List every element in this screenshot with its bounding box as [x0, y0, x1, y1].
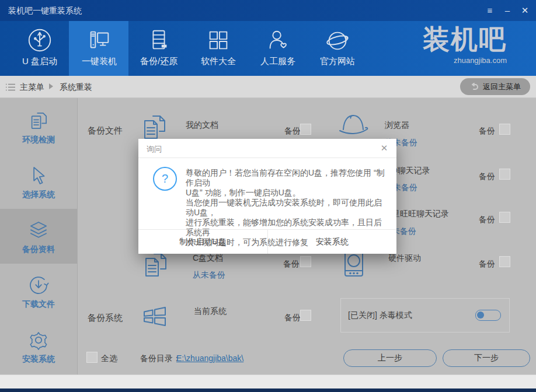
antivirus-label: [已关闭] 杀毒模式	[348, 310, 475, 321]
nav-label: 软件大全	[201, 56, 236, 67]
person-icon	[264, 27, 291, 54]
select-all-label: 全选	[101, 354, 117, 364]
backup-checkbox-my-documents[interactable]	[300, 124, 311, 135]
backup-checkbox-c-drive-docs[interactable]	[300, 256, 311, 267]
gear-icon	[26, 328, 51, 352]
row-title-hardware-driver: 硬件驱动	[388, 253, 421, 264]
bottom-border-strip	[0, 388, 536, 392]
nav-label: 官方网站	[320, 56, 355, 67]
row-title-my-documents: 我的文档	[186, 120, 218, 131]
sidebar-item-install-system[interactable]: 安装系统	[0, 318, 77, 373]
row-title-browser: 浏览器	[385, 120, 409, 131]
nav-item-support[interactable]: 人工服务	[248, 21, 308, 76]
backup-checkbox-browser[interactable]	[499, 124, 510, 135]
nav-item-backup-restore[interactable]: 备份/还原	[129, 21, 189, 76]
backup-label: 备份	[479, 126, 495, 136]
backup-label: 备份	[283, 259, 300, 270]
globe-icon	[324, 27, 351, 54]
browser-icon	[337, 110, 369, 140]
nav-label: 一键装机	[82, 56, 117, 67]
dialog-title: 询问	[147, 144, 162, 155]
backup-checkbox-current-system[interactable]	[300, 310, 311, 321]
nav-item-one-key-install[interactable]: 一键装机	[69, 21, 129, 76]
brand-logo: 装机吧 zhuangjiba.com	[404, 23, 507, 65]
status-bar: VER[11.5.47.1530] 微信客服 QQ交流群	[0, 374, 536, 388]
install-system-button[interactable]: 安装系统	[268, 230, 397, 254]
sidebar-label: 下载文件	[22, 299, 55, 310]
back-button-label: 返回主菜单	[483, 82, 521, 92]
nav-item-software[interactable]: 软件大全	[189, 21, 248, 76]
grid-icon	[205, 27, 232, 54]
backup-system-group-label: 备份系统	[88, 313, 123, 324]
make-boot-usb-button[interactable]: 制作启动U盘	[138, 230, 268, 254]
document-icon	[140, 250, 169, 280]
minimize-icon[interactable]: –	[501, 5, 514, 16]
backup-label: 备份	[284, 126, 301, 136]
select-all-checkbox[interactable]	[86, 352, 98, 363]
usb-icon	[26, 27, 53, 54]
sidebar-item-env-check[interactable]: 环境检测	[0, 99, 77, 154]
row-title-c-drive-docs: C盘文档	[193, 253, 223, 264]
backup-label: 备份	[479, 215, 495, 225]
sidebar-item-select-system[interactable]: 选择系统	[0, 154, 77, 209]
breadcrumb-bar: 主菜单 系统重装	[0, 76, 536, 98]
backup-label: 备份	[479, 172, 495, 182]
row-title-current-system: 当前系统	[194, 306, 227, 317]
question-icon: ?	[153, 167, 177, 191]
sidebar-label: 安装系统	[22, 354, 55, 365]
windows-icon	[141, 302, 169, 330]
backup-dir-label: 备份目录：	[140, 354, 181, 364]
backup-label: 备份	[479, 259, 495, 270]
row-status-c-drive-docs[interactable]: 从未备份	[193, 270, 225, 281]
breadcrumb-current: 系统重装	[60, 82, 92, 93]
dialog-message-line: 尊敬的用户！若您当前存在空闲的U盘，推荐您使用 “制作启动	[186, 168, 389, 188]
breadcrumb-root[interactable]: 主菜单	[20, 82, 44, 93]
backup-files-group-label: 备份文件	[88, 125, 123, 136]
logo-text: 装机吧	[404, 23, 507, 55]
nav-item-usb-boot[interactable]: U 盘启动	[10, 21, 69, 76]
backup-label: 备份	[284, 313, 301, 323]
toggle-knob	[477, 312, 484, 318]
dialog-message-line: 当您使用一键装机无法成功安装系统时，即可使用此启动U盘，	[186, 198, 389, 218]
menu-icon[interactable]: ≡	[483, 5, 496, 16]
dialog-close-icon[interactable]: ✕	[379, 143, 389, 153]
nav-label: 备份/还原	[140, 56, 177, 67]
antivirus-toggle[interactable]	[475, 310, 501, 321]
backup-checkbox-aliwangwang[interactable]	[499, 212, 510, 223]
list-icon	[5, 83, 16, 92]
app-window: 装机吧一键重装系统 ≡ – ✕ U 盘启动 一键装机	[0, 0, 536, 392]
sidebar-item-download-files[interactable]: 下载文件	[0, 264, 77, 318]
dialog-message-line: U盘” 功能，制作一键启动U盘。	[186, 188, 389, 198]
back-arrow-icon	[469, 83, 479, 91]
dialog-footer: 制作启动U盘 安装系统	[138, 229, 396, 254]
next-step-button[interactable]: 下一步	[443, 349, 530, 367]
document-icon	[139, 112, 168, 142]
logo-domain: zhuangjiba.com	[404, 56, 507, 65]
breadcrumb-arrow-icon	[49, 83, 53, 89]
backup-dir-link[interactable]: E:\zhuangjiba\bak\	[176, 354, 243, 363]
cursor-icon	[26, 163, 51, 188]
nav-item-website[interactable]: 官方网站	[308, 21, 367, 76]
antivirus-panel: [已关闭] 杀毒模式	[340, 298, 510, 332]
sidebar-item-backup-data[interactable]: 备份资料	[0, 209, 77, 264]
computer-icon	[86, 27, 113, 54]
download-icon	[26, 273, 51, 298]
close-icon[interactable]: ✕	[518, 5, 531, 16]
layers-icon	[26, 218, 51, 243]
server-icon	[145, 27, 172, 54]
dialog-title-bar: 询问 ✕	[138, 139, 396, 158]
question-dialog: 询问 ✕ ? 尊敬的用户！若您当前存在空闲的U盘，推荐您使用 “制作启动 U盘”…	[138, 139, 396, 254]
back-to-main-menu-button[interactable]: 返回主菜单	[460, 78, 530, 95]
nav-label: U 盘启动	[22, 56, 57, 67]
backup-checkbox-hardware-driver[interactable]	[499, 256, 510, 267]
sidebar-label: 环境检测	[22, 135, 55, 145]
title-bar: 装机吧一键重装系统 ≡ – ✕	[0, 0, 536, 21]
sidebar-label: 选择系统	[22, 190, 55, 200]
nav-label: 人工服务	[260, 56, 295, 67]
sidebar: 环境检测 选择系统 备份资料 下载文件	[0, 98, 78, 374]
prev-step-button[interactable]: 上一步	[343, 349, 437, 367]
backup-checkbox-qq-chat[interactable]	[499, 169, 510, 180]
pages-icon	[26, 108, 51, 133]
sidebar-label: 备份资料	[22, 244, 55, 255]
window-title: 装机吧一键重装系统	[8, 6, 82, 16]
